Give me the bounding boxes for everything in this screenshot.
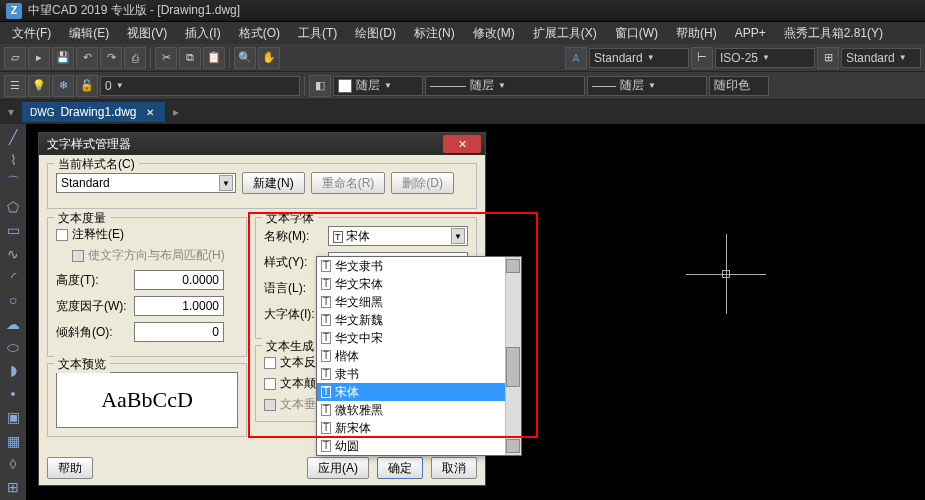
font-name-combo[interactable]: T宋体▼ (328, 226, 468, 246)
font-option[interactable]: T华文新魏 (317, 311, 521, 329)
font-option[interactable]: T华文细黑 (317, 293, 521, 311)
font-option[interactable]: T华文隶书 (317, 257, 521, 275)
delete-button[interactable]: 删除(D) (391, 172, 454, 194)
font-option[interactable]: T华文宋体 (317, 275, 521, 293)
current-style-label: 当前样式名(C) (54, 156, 139, 173)
annotative-label: 注释性(E) (72, 227, 124, 241)
redo-icon[interactable]: ↷ (100, 47, 122, 69)
freeze-icon[interactable]: ❄ (52, 75, 74, 97)
font-option[interactable]: T楷体 (317, 347, 521, 365)
rename-button[interactable]: 重命名(R) (311, 172, 386, 194)
height-input[interactable] (134, 270, 224, 290)
menu-insert[interactable]: 插入(I) (177, 23, 228, 44)
menu-edit[interactable]: 编辑(E) (61, 23, 117, 44)
rectangle-icon[interactable]: ▭ (2, 220, 24, 241)
text-style-icon[interactable]: A (565, 47, 587, 69)
ok-button[interactable]: 确定 (377, 457, 423, 479)
save-icon[interactable]: 💾 (52, 47, 74, 69)
font-dropdown-list[interactable]: T华文隶书T华文宋体T华文细黑T华文新魏T华文中宋T楷体T隶书T宋体T微软雅黑T… (316, 256, 522, 456)
font-option[interactable]: T隶书 (317, 365, 521, 383)
annotative-checkbox[interactable] (56, 229, 68, 241)
font-option[interactable]: T华文中宋 (317, 329, 521, 347)
open-icon[interactable]: ▸ (28, 47, 50, 69)
menu-draw[interactable]: 绘图(D) (347, 23, 404, 44)
block-icon[interactable]: ▣ (2, 407, 24, 428)
color-icon[interactable]: ◧ (309, 75, 331, 97)
point-icon[interactable]: • (2, 383, 24, 404)
polygon-icon[interactable]: ⬠ (2, 196, 24, 217)
tab-chevron-icon[interactable]: ▾ (8, 105, 14, 119)
menu-modify[interactable]: 修改(M) (465, 23, 523, 44)
hatch-icon[interactable]: ▦ (2, 430, 24, 451)
lock-icon[interactable]: 🔓 (76, 75, 98, 97)
region-icon[interactable]: ◊ (2, 453, 24, 474)
zoom-icon[interactable]: 🔍 (234, 47, 256, 69)
linetype-combo[interactable]: ———随层▼ (425, 76, 585, 96)
undo-icon[interactable]: ↶ (76, 47, 98, 69)
arc-icon[interactable]: ⌒ (2, 173, 24, 194)
menu-help[interactable]: 帮助(H) (668, 23, 725, 44)
cut-icon[interactable]: ✂ (155, 47, 177, 69)
menu-view[interactable]: 视图(V) (119, 23, 175, 44)
scroll-thumb[interactable] (506, 347, 520, 387)
dropdown-scrollbar[interactable] (505, 257, 521, 455)
menu-file[interactable]: 文件(F) (4, 23, 59, 44)
toolbar-main: ▱ ▸ 💾 ↶ ↷ ⎙ ✂ ⧉ 📋 🔍 ✋ A Standard▼ ⊢ ISO-… (0, 44, 925, 72)
dialog-titlebar[interactable]: 文字样式管理器 ✕ (39, 133, 485, 155)
dialog-close-button[interactable]: ✕ (443, 135, 481, 153)
cloud-icon[interactable]: ☁ (2, 313, 24, 334)
menu-ext[interactable]: 扩展工具(X) (525, 23, 605, 44)
help-button[interactable]: 帮助 (47, 457, 93, 479)
color-combo[interactable]: 随层▼ (333, 76, 423, 96)
dwg-icon: DWG (30, 107, 54, 118)
line-icon[interactable]: ╱ (2, 126, 24, 147)
bulb-icon[interactable]: 💡 (28, 75, 50, 97)
polyline-icon[interactable]: ⌇ (2, 149, 24, 170)
scroll-down-icon[interactable] (506, 439, 520, 453)
table-style-combo[interactable]: Standard▼ (841, 48, 921, 68)
apply-button[interactable]: 应用(A) (307, 457, 369, 479)
close-tab-icon[interactable]: ✕ (143, 105, 157, 119)
arc2-icon[interactable]: ◜ (2, 266, 24, 287)
layer-icon[interactable]: ☰ (4, 75, 26, 97)
cancel-button[interactable]: 取消 (431, 457, 477, 479)
width-input[interactable] (134, 296, 224, 316)
menu-app[interactable]: APP+ (727, 24, 774, 42)
menu-yanxiu[interactable]: 燕秀工具箱2.81(Y) (776, 23, 891, 44)
add-tab-icon[interactable]: ▸ (173, 105, 179, 119)
table-icon[interactable]: ⊞ (2, 477, 24, 498)
layer-combo[interactable]: 0▼ (100, 76, 300, 96)
upside-checkbox[interactable] (264, 378, 276, 390)
new-icon[interactable]: ▱ (4, 47, 26, 69)
lineweight-combo[interactable]: ——随层▼ (587, 76, 707, 96)
table-style-icon[interactable]: ⊞ (817, 47, 839, 69)
bigfont-label: 大字体(I): (264, 306, 322, 323)
scroll-up-icon[interactable] (506, 259, 520, 273)
dim-style-combo[interactable]: ISO-25▼ (715, 48, 815, 68)
menu-dim[interactable]: 标注(N) (406, 23, 463, 44)
text-style-combo[interactable]: Standard▼ (589, 48, 689, 68)
oblique-input[interactable] (134, 322, 224, 342)
document-tab[interactable]: DWG Drawing1.dwg ✕ (22, 102, 165, 122)
dim-style-icon[interactable]: ⊢ (691, 47, 713, 69)
copy-icon[interactable]: ⧉ (179, 47, 201, 69)
menu-format[interactable]: 格式(O) (231, 23, 288, 44)
font-option[interactable]: T宋体 (317, 383, 521, 401)
backwards-checkbox[interactable] (264, 357, 276, 369)
paste-icon[interactable]: 📋 (203, 47, 225, 69)
new-button[interactable]: 新建(N) (242, 172, 305, 194)
print-icon[interactable]: ⎙ (124, 47, 146, 69)
circle-icon[interactable]: ○ (2, 290, 24, 311)
font-option[interactable]: T幼圆 (317, 437, 521, 455)
menu-tools[interactable]: 工具(T) (290, 23, 345, 44)
plot-style-combo[interactable]: 随印色 (709, 76, 769, 96)
spline-icon[interactable]: ∿ (2, 243, 24, 264)
ellipse-icon[interactable]: ⬭ (2, 336, 24, 357)
truetype-icon: T (321, 350, 331, 362)
font-option[interactable]: T新宋体 (317, 419, 521, 437)
current-style-combo[interactable]: Standard▼ (56, 173, 236, 193)
ellipse-arc-icon[interactable]: ◗ (2, 360, 24, 381)
pan-icon[interactable]: ✋ (258, 47, 280, 69)
menu-window[interactable]: 窗口(W) (607, 23, 666, 44)
font-option[interactable]: T微软雅黑 (317, 401, 521, 419)
